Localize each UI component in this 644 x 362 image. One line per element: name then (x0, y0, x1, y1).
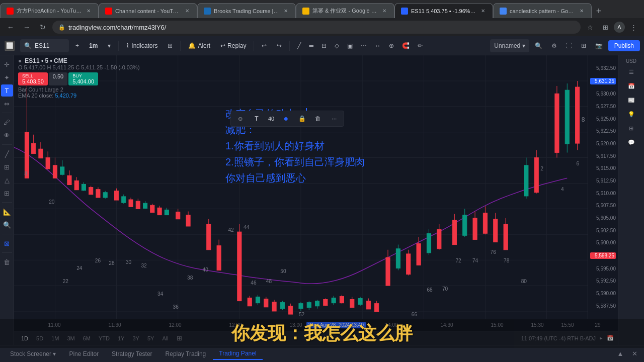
calendar-sidebar-btn[interactable]: 📅 (623, 80, 640, 92)
zoom-btn[interactable]: ⊕ (385, 39, 397, 52)
period-all[interactable]: All (159, 334, 171, 342)
period-5d[interactable]: 5D (33, 334, 46, 342)
symbol-input[interactable] (35, 42, 65, 49)
period-6m[interactable]: 6M (80, 334, 94, 342)
footer-tab-strategy[interactable]: Strategy Tester (106, 348, 158, 359)
pattern-tool[interactable]: △ (1, 174, 13, 186)
reload-button[interactable]: ↻ (36, 21, 49, 34)
snapshot-button[interactable]: Unnamed ▾ (490, 39, 529, 52)
tab-yt2-close[interactable]: ✕ (184, 8, 191, 15)
replay-button[interactable]: ↩ Replay (217, 39, 250, 52)
tab-yt1[interactable]: 方方PriceAction - YouTube ✕ (0, 3, 99, 18)
calendar-icon[interactable]: 📅 (607, 335, 614, 341)
redo-button[interactable]: ↪ (273, 39, 285, 52)
period-ytd[interactable]: YTD (96, 334, 113, 342)
indicators-button[interactable]: ⌇ Indicators (123, 39, 161, 52)
tab-google-close[interactable]: ✕ (578, 8, 585, 15)
cursor-tool[interactable]: ✛ (1, 58, 13, 70)
settings-btn[interactable]: ⚙ (548, 39, 560, 52)
measure-btn[interactable]: ↔ (371, 39, 384, 52)
fullscreen-btn[interactable]: ⛶ (562, 39, 576, 52)
footer-tab-trading[interactable]: Trading Panel (213, 348, 262, 360)
measure-tool[interactable]: ⇔ (1, 98, 13, 110)
chat-btn[interactable]: 💬 (623, 136, 640, 148)
screener-btn[interactable]: ⊞ (623, 122, 640, 134)
tab-yt2[interactable]: Channel content - YouTube St... ✕ (99, 3, 197, 18)
tab-slides-close[interactable]: ✕ (381, 8, 388, 15)
screenshot-btn[interactable]: 📷 (592, 39, 606, 52)
compare-button[interactable]: ⊞ (174, 333, 185, 343)
back-button[interactable]: ← (4, 21, 17, 34)
add-chart-button[interactable]: + (72, 39, 83, 52)
pencil-btn[interactable]: ✏ (414, 39, 426, 52)
profile-icon[interactable]: A (614, 22, 625, 33)
area-chart-btn[interactable]: ◇ (331, 39, 343, 52)
order-tool[interactable]: ⊠ (1, 237, 13, 249)
bar-chart-btn[interactable]: ═ (305, 39, 317, 52)
magnet-btn[interactable]: 🧲 (398, 39, 413, 52)
eye-tool[interactable]: 👁 (1, 129, 13, 141)
footer-tab-screener[interactable]: Stock Screener ▾ (4, 348, 62, 359)
publish-button[interactable]: Publish (608, 40, 640, 51)
emoji-btn[interactable]: ☺ (234, 112, 247, 125)
forward-button[interactable]: → (20, 21, 33, 34)
timeframe-button[interactable]: 1m (86, 39, 101, 52)
font-size-display[interactable]: 40 (266, 112, 276, 125)
sell-button[interactable]: SELL 5,403.50 (18, 72, 48, 85)
period-1d[interactable]: 1D (18, 334, 31, 342)
period-3y[interactable]: 3Y (129, 334, 142, 342)
more-chart-btn[interactable]: ⋯ (357, 39, 370, 52)
tab-brooks-close[interactable]: ✕ (282, 8, 289, 15)
buy-button[interactable]: BUY 5,404.00 (68, 72, 98, 85)
news-btn[interactable]: 📰 (623, 94, 640, 106)
brush-tool[interactable]: 🖊 (1, 116, 13, 128)
tab-yt1-close[interactable]: ✕ (85, 8, 92, 15)
line-chart-btn[interactable]: ╱ (294, 39, 304, 52)
undo-button[interactable]: ↩ (258, 39, 270, 52)
new-tab-button[interactable]: + (592, 4, 606, 18)
lock-icon: 🔒 (58, 24, 65, 31)
crosshair-tool[interactable]: ✦ (1, 71, 13, 83)
tab-brooks[interactable]: Brooks Trading Course | Broo... ✕ (197, 3, 296, 18)
timeframe-picker-button[interactable]: ▾ (104, 39, 114, 52)
watchlist-btn[interactable]: ☰ (623, 66, 640, 78)
bookmark-star-icon[interactable]: ☆ (584, 21, 597, 34)
footer-close-icon[interactable]: ✕ (629, 348, 640, 359)
layout-btn[interactable]: ⊞ (578, 39, 590, 52)
ideas-btn[interactable]: 💡 (623, 108, 640, 120)
more-options-icon[interactable]: ⋮ (627, 21, 640, 34)
templates-button[interactable]: ⊞ (164, 39, 176, 52)
period-1m[interactable]: 1M (48, 334, 62, 342)
delete-annotation-btn[interactable]: 🗑 (311, 112, 325, 125)
period-1y[interactable]: 1Y (115, 334, 127, 342)
tab-es[interactable]: ES11 5,403.75 • -1.96% Unn... ✕ (394, 3, 493, 18)
period-5y[interactable]: 5Y (144, 334, 157, 342)
address-bar[interactable]: 🔒 tradingview.com/chart/mmz43lY6/ (52, 21, 581, 34)
footer-chevron-up-icon[interactable]: ▲ (615, 348, 626, 359)
tab-google[interactable]: candlestick pattern - Google ... ✕ (493, 3, 592, 18)
text-tool[interactable]: T (1, 84, 13, 97)
text-format-btn[interactable]: T (250, 112, 263, 125)
footer-tab-replay[interactable]: Replay Trading (159, 348, 212, 359)
footer-tab-pine[interactable]: Pine Editor (63, 348, 105, 359)
search-toolbar-btn[interactable]: 🔍 (531, 39, 546, 52)
symbol-search[interactable]: 🔍 (20, 39, 69, 52)
heikin-btn[interactable]: ▣ (344, 39, 356, 52)
trash-tool[interactable]: 🗑 (1, 256, 13, 268)
more-annotation-btn[interactable]: ··· (328, 112, 341, 125)
zoom-tool[interactable]: 🔍 (1, 219, 13, 231)
tab-es-close[interactable]: ✕ (479, 8, 487, 15)
extension-icon[interactable]: ⊞ (599, 21, 612, 34)
symbol-name: ES11 • 5 • CME (25, 57, 67, 64)
lock-annotation-btn[interactable]: 🔒 (295, 112, 308, 125)
period-3m[interactable]: 3M (64, 334, 77, 342)
alert-button[interactable]: 🔔 Alert (185, 39, 214, 52)
svg-rect-120 (483, 213, 487, 233)
color-picker-btn[interactable]: ● (279, 112, 292, 125)
candle-btn[interactable]: ⊟ (318, 39, 330, 52)
tab-slides[interactable]: 第幂 & 作业双 - Google Slides ✕ (296, 3, 394, 18)
fib-tool[interactable]: ⊞ (1, 161, 13, 173)
ruler-tool[interactable]: 📐 (1, 206, 13, 218)
line-tool[interactable]: ╱ (1, 148, 13, 160)
gann-tool[interactable]: ⊞ (1, 187, 13, 199)
